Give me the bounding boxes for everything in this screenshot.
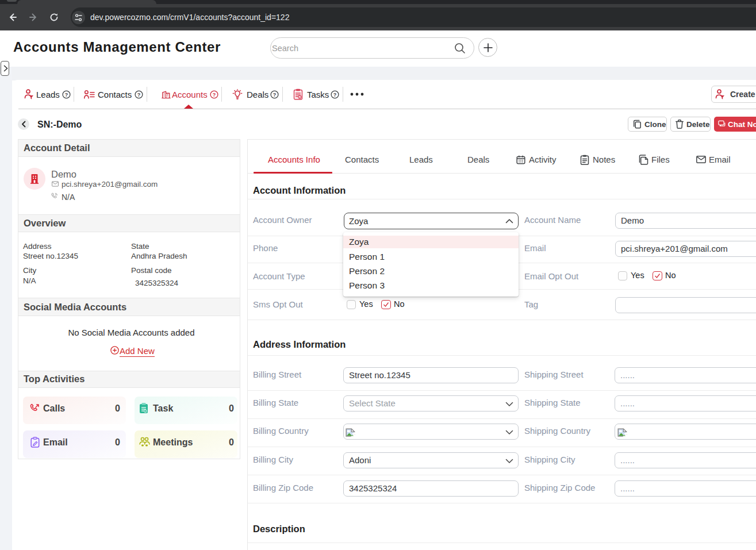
svg-text:?: ? (273, 92, 277, 98)
svg-text:?: ? (333, 92, 337, 98)
svg-text:?: ? (65, 92, 68, 98)
svg-text:?: ? (137, 92, 141, 98)
svg-text:?: ? (213, 92, 216, 98)
